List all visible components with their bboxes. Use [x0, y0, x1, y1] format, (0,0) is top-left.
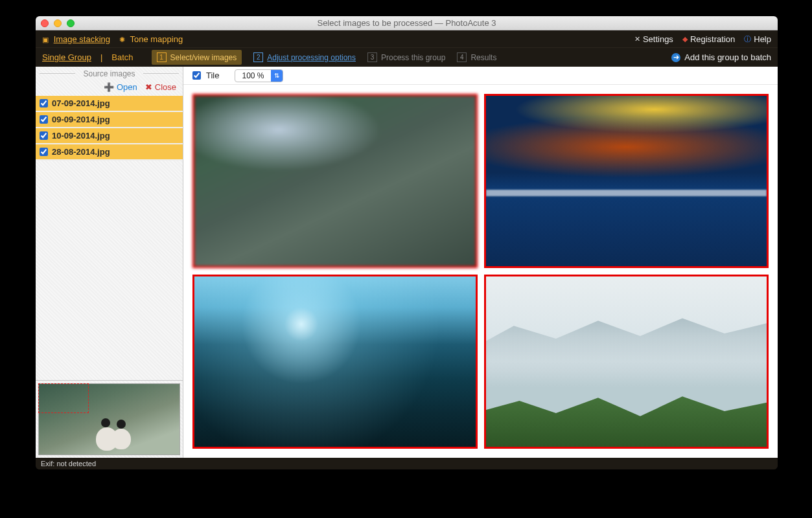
- add-group-to-batch[interactable]: ➜ Add this group to batch: [671, 52, 771, 62]
- step-label: Adjust processing options: [267, 53, 356, 62]
- viewport-indicator[interactable]: [38, 383, 89, 413]
- add-group-label: Add this group to batch: [684, 52, 771, 62]
- step-adjust-options[interactable]: 2 Adjust processing options: [253, 52, 356, 62]
- file-list: 07-09-2014.jpg 09-09-2014.jpg 10-09-2014…: [36, 96, 183, 161]
- close-window-button[interactable]: [41, 19, 49, 27]
- step-bar: Single Group | Batch 1 Select/view image…: [36, 47, 778, 67]
- help-button[interactable]: ⓘ Help: [744, 34, 771, 44]
- zoom-window-button[interactable]: [67, 19, 75, 27]
- exif-status: Exif: not detected: [41, 460, 96, 467]
- window-controls: [41, 19, 75, 27]
- file-checkbox[interactable]: [40, 131, 48, 140]
- registration-button[interactable]: ◆ Registration: [682, 34, 735, 44]
- file-name: 09-09-2014.jpg: [52, 115, 110, 124]
- step-label: Select/view images: [170, 53, 237, 62]
- open-label: Open: [117, 82, 137, 92]
- file-name: 07-09-2014.jpg: [52, 98, 110, 108]
- registration-icon: ◆: [682, 35, 688, 43]
- titlebar: Select images to be processed — PhotoAcu…: [36, 16, 778, 30]
- main-area: Source images ➕ Open ✖ Close 07-09-2014.…: [36, 67, 778, 458]
- file-checkbox[interactable]: [40, 148, 48, 156]
- stack-icon: ▣: [42, 36, 49, 43]
- window-title: Select images to be processed — PhotoAcu…: [36, 18, 778, 28]
- open-icon: ➕: [104, 82, 114, 92]
- image-tile[interactable]: [484, 275, 769, 449]
- preview-subject: [96, 420, 132, 451]
- zoom-stepper-icon: ⇅: [271, 69, 283, 82]
- tile-checkbox[interactable]: [192, 71, 201, 80]
- step-label: Results: [470, 53, 496, 62]
- zoom-value: 100 %: [235, 71, 270, 80]
- step-label: Process this group: [381, 53, 445, 62]
- step-number: 2: [253, 52, 263, 62]
- help-label: Help: [754, 34, 771, 44]
- step-process-group: 3 Process this group: [367, 52, 445, 62]
- sidebar-actions: ➕ Open ✖ Close: [36, 80, 183, 96]
- content-area: Tile 100 % ⇅: [183, 67, 778, 458]
- settings-icon: ✕: [634, 35, 640, 43]
- right-menu: ✕ Settings ◆ Registration ⓘ Help: [634, 34, 771, 44]
- image-tile[interactable]: [192, 94, 478, 268]
- file-name: 28-08-2014.jpg: [52, 147, 110, 157]
- list-item[interactable]: 10-09-2014.jpg: [36, 128, 183, 144]
- list-item[interactable]: 09-09-2014.jpg: [36, 112, 183, 128]
- step-results: 4 Results: [457, 52, 496, 62]
- image-stacking-label: Image stacking: [54, 34, 110, 44]
- step-select-images[interactable]: 1 Select/view images: [152, 50, 242, 65]
- close-icon: ✖: [145, 82, 152, 92]
- registration-label: Registration: [690, 34, 735, 44]
- image-stacking-mode[interactable]: ▣ Image stacking: [42, 34, 110, 44]
- file-checkbox[interactable]: [40, 115, 48, 124]
- batch-tab[interactable]: Batch: [111, 52, 133, 62]
- mode-bar: ▣ Image stacking ✺ Tone mapping ✕ Settin…: [36, 30, 778, 47]
- close-label: Close: [155, 82, 176, 92]
- step-number: 3: [367, 52, 377, 62]
- image-tile[interactable]: [192, 275, 478, 449]
- file-name: 10-09-2014.jpg: [52, 131, 110, 141]
- group-mode-tabs: Single Group | Batch: [42, 52, 133, 62]
- close-button[interactable]: ✖ Close: [145, 82, 176, 92]
- add-icon: ➜: [671, 53, 680, 62]
- file-checkbox[interactable]: [40, 99, 48, 107]
- separator: |: [100, 52, 102, 62]
- sidebar: Source images ➕ Open ✖ Close 07-09-2014.…: [36, 67, 183, 458]
- list-item[interactable]: 07-09-2014.jpg: [36, 96, 183, 112]
- minimize-window-button[interactable]: [54, 19, 62, 27]
- tone-mapping-mode[interactable]: ✺ Tone mapping: [119, 34, 183, 44]
- single-group-tab[interactable]: Single Group: [42, 52, 91, 62]
- workflow-steps: 1 Select/view images 2 Adjust processing…: [152, 50, 497, 65]
- step-number: 1: [157, 52, 167, 62]
- step-number: 4: [457, 52, 467, 62]
- tile-label: Tile: [206, 71, 219, 80]
- settings-button[interactable]: ✕ Settings: [634, 34, 673, 44]
- list-item[interactable]: 28-08-2014.jpg: [36, 144, 183, 161]
- help-icon: ⓘ: [744, 34, 751, 44]
- thumbnail-preview[interactable]: [36, 380, 183, 458]
- sidebar-header: Source images: [36, 67, 183, 80]
- tone-mapping-label: Tone mapping: [130, 34, 183, 44]
- status-bar: Exif: not detected: [36, 458, 778, 469]
- image-tile[interactable]: [484, 94, 769, 268]
- image-grid: [183, 85, 778, 458]
- app-window: Select images to be processed — PhotoAcu…: [36, 16, 778, 469]
- tone-icon: ✺: [119, 36, 125, 43]
- settings-label: Settings: [643, 34, 673, 44]
- open-button[interactable]: ➕ Open: [104, 82, 137, 92]
- content-toolbar: Tile 100 % ⇅: [183, 67, 778, 85]
- zoom-select[interactable]: 100 % ⇅: [235, 69, 283, 82]
